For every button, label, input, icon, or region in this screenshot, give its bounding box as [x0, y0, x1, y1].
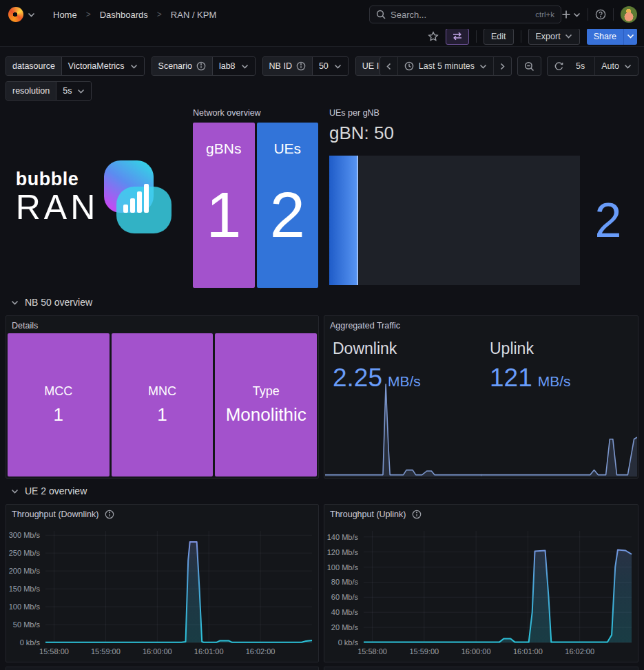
add-button[interactable]: [561, 10, 581, 19]
time-range-group: Last 5 minutes: [380, 56, 512, 76]
edit-button[interactable]: Edit: [484, 28, 514, 45]
chevron-down-icon: [573, 12, 581, 17]
svg-text:250 Mb/s: 250 Mb/s: [9, 549, 41, 557]
svg-text:120 Mb/s: 120 Mb/s: [327, 548, 359, 556]
stat-mcc: MCC 1: [8, 333, 110, 477]
svg-text:16:00:00: 16:00:00: [461, 647, 491, 656]
variable-nb-id-value[interactable]: 50: [312, 57, 348, 75]
row-ue-overview-toggle[interactable]: UE 2 overview: [11, 485, 87, 496]
export-button[interactable]: Export: [528, 28, 580, 45]
svg-text:140 Mb/s: 140 Mb/s: [327, 533, 359, 541]
bar-gauge-fill: [329, 156, 358, 285]
search-placeholder: Search...: [391, 10, 530, 20]
variable-resolution-value[interactable]: 5s: [56, 82, 91, 100]
chevron-down-icon: [241, 64, 249, 69]
downlink-sparkline: [325, 377, 481, 477]
variable-nb-id-label: NB ID: [263, 57, 312, 75]
svg-text:16:01:00: 16:01:00: [194, 647, 224, 656]
svg-text:16:02:00: 16:02:00: [246, 647, 276, 656]
stat-value: 2: [270, 183, 305, 247]
info-icon[interactable]: [196, 61, 206, 71]
dashboard-toolbar: Edit Export Share: [0, 29, 644, 47]
svg-text:15:59:00: 15:59:00: [409, 647, 439, 656]
variable-datasource-value[interactable]: VictoriaMetrics: [61, 57, 144, 75]
top-nav: Home > Dashboards > RAN / KPM Search... …: [0, 0, 644, 29]
dashboard-grid: bubble RAN Network overview gBNs 1: [0, 99, 644, 670]
time-shift-forward-button[interactable]: [493, 57, 511, 75]
time-shift-back-button[interactable]: [380, 57, 397, 75]
network-overview-panel: Network overview gBNs 1 UEs 2: [187, 103, 324, 291]
svg-text:16:00:00: 16:00:00: [143, 647, 172, 656]
help-button[interactable]: [595, 9, 606, 20]
breadcrumb-home[interactable]: Home: [53, 10, 77, 20]
row-nb-overview-toggle[interactable]: NB 50 overview: [11, 297, 92, 308]
star-icon: [428, 31, 439, 42]
variable-datasource-label: datasource: [6, 57, 61, 75]
zoom-out-icon: [524, 61, 534, 72]
throughput-uplink-chart[interactable]: 0 kb/s20 Mb/s40 Mb/s60 Mb/s80 Mb/s100 Mb…: [325, 524, 636, 660]
info-icon[interactable]: [296, 61, 306, 71]
time-zoom-out-button[interactable]: [518, 57, 541, 75]
bar-gauge-value: 2: [578, 156, 638, 285]
breadcrumb-dashboards[interactable]: Dashboards: [100, 10, 148, 20]
share-options-button[interactable]: [623, 28, 637, 45]
svg-text:16:01:00: 16:01:00: [513, 647, 543, 656]
time-range-picker[interactable]: Last 5 minutes: [397, 57, 493, 75]
time-controls: Last 5 minutes 5s Auto: [380, 56, 638, 76]
next-panel-edge: [324, 667, 638, 670]
stat-label: MNC: [148, 384, 176, 399]
svg-text:300 Mb/s: 300 Mb/s: [9, 531, 41, 539]
share-button[interactable]: Share: [587, 28, 623, 45]
svg-text:60 Mb/s: 60 Mb/s: [331, 593, 359, 601]
variable-scenario-value[interactable]: lab8: [212, 57, 255, 75]
svg-text:200 Mb/s: 200 Mb/s: [9, 567, 41, 575]
chevron-down-icon: [624, 64, 632, 69]
svg-text:16:02:00: 16:02:00: [565, 647, 594, 656]
info-icon[interactable]: [412, 510, 422, 519]
refresh-button[interactable]: 5s: [548, 57, 594, 75]
grafana-dashboard: Home > Dashboards > RAN / KPM Search... …: [0, 0, 644, 670]
stat-label: UEs: [273, 140, 301, 157]
throughput-downlink-chart[interactable]: 0 kb/s50 Mb/s100 Mb/s150 Mb/s200 Mb/s250…: [7, 524, 316, 660]
svg-text:0 kb/s: 0 kb/s: [20, 638, 41, 647]
stat-value: Monolithic: [226, 404, 307, 426]
exchange-icon: [452, 32, 463, 41]
share-button-group: Share: [587, 28, 637, 45]
zoom-out-group: [517, 56, 541, 76]
brand-line1: bubble: [16, 169, 99, 190]
stat-ues: UEs 2: [257, 123, 319, 288]
stat-value: 1: [206, 183, 241, 247]
svg-text:100 Mb/s: 100 Mb/s: [9, 603, 41, 611]
signal-bars-icon: [123, 180, 154, 213]
refresh-group: 5s Auto: [547, 56, 638, 76]
user-avatar[interactable]: [621, 6, 637, 23]
panel-title: Aggregated Traffic: [330, 321, 400, 331]
divider: [476, 30, 477, 43]
org-switcher-chevron-icon[interactable]: [28, 12, 35, 17]
stat-label: MCC: [44, 384, 72, 399]
datasource-exchange-button[interactable]: [446, 28, 469, 45]
panel-title: Network overview: [193, 108, 261, 118]
refresh-interval-picker[interactable]: Auto: [594, 57, 638, 75]
chevron-left-icon: [386, 63, 391, 70]
breadcrumb-separator: >: [86, 10, 91, 19]
info-icon[interactable]: [105, 510, 114, 519]
stat-value: 1: [157, 404, 167, 426]
row-title: NB 50 overview: [25, 297, 92, 308]
variable-nb-id: NB ID 50: [262, 56, 349, 76]
dashboard-controls: datasource VictoriaMetrics Scenario lab8: [0, 47, 644, 101]
stat-value: 1: [54, 404, 63, 426]
star-dashboard-button[interactable]: [428, 31, 439, 42]
search-input[interactable]: Search... ctrl+k: [369, 6, 561, 23]
plus-icon: [561, 10, 571, 19]
chevron-down-icon: [334, 64, 342, 69]
breadcrumb-separator: >: [157, 10, 162, 19]
variable-scenario-label: Scenario: [152, 57, 212, 75]
aggregated-traffic-panel: Aggregated Traffic Downlink 2.25 MB/s Up…: [324, 315, 638, 479]
panel-title: Throughput (Uplink): [330, 510, 422, 519]
chevron-down-icon: [565, 34, 572, 39]
divider: [521, 30, 521, 43]
svg-text:150 Mb/s: 150 Mb/s: [9, 585, 41, 593]
divider: [588, 8, 588, 21]
grafana-logo-icon[interactable]: [8, 7, 23, 22]
